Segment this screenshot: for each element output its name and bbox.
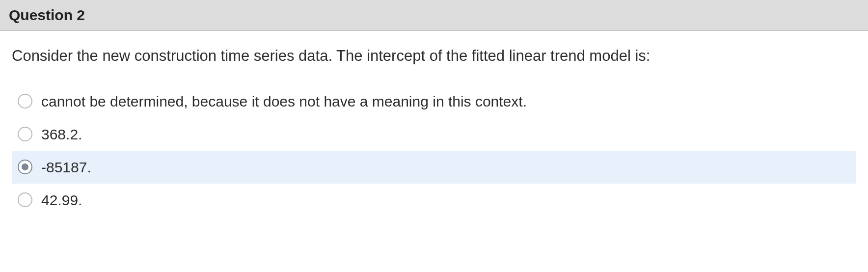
question-container: Question 2 Consider the new construction…	[0, 0, 868, 226]
option-2[interactable]: -85187.	[12, 151, 856, 184]
option-label: 42.99.	[41, 190, 82, 210]
question-header: Question 2	[0, 0, 868, 31]
radio-dot-icon	[22, 163, 28, 170]
radio-icon	[18, 127, 32, 141]
option-label: 368.2.	[41, 125, 82, 144]
options-group: cannot be determined, because it does no…	[12, 85, 856, 217]
question-body: Consider the new construction time serie…	[0, 31, 868, 226]
radio-icon	[18, 192, 32, 207]
radio-icon	[18, 160, 32, 174]
option-3[interactable]: 42.99.	[12, 184, 856, 217]
option-label: -85187.	[41, 158, 91, 177]
question-prompt: Consider the new construction time serie…	[12, 46, 856, 66]
radio-icon	[18, 94, 32, 109]
option-0[interactable]: cannot be determined, because it does no…	[12, 85, 856, 118]
question-title: Question 2	[9, 7, 859, 24]
option-label: cannot be determined, because it does no…	[41, 92, 527, 111]
option-1[interactable]: 368.2.	[12, 118, 856, 151]
